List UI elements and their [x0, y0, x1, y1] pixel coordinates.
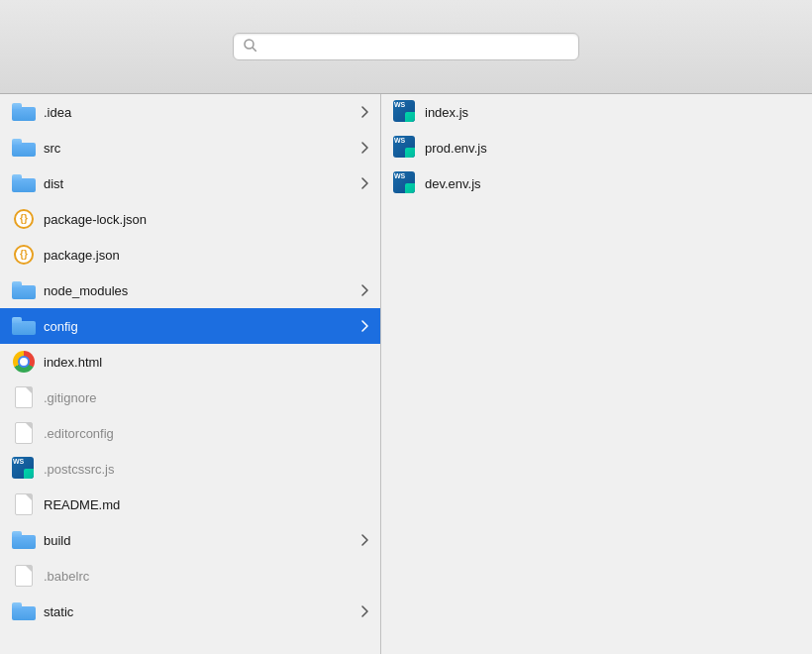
file-name: index.html [44, 355, 372, 370]
folder-icon [12, 601, 36, 621]
search-icon [244, 39, 256, 54]
folder-icon [12, 173, 36, 193]
list-item[interactable]: .editorconfig [0, 415, 380, 451]
generic-icon [12, 494, 36, 514]
list-item[interactable]: prod.env.js [381, 130, 812, 165]
list-item[interactable]: config [0, 308, 380, 344]
file-name: config [44, 319, 356, 334]
ws-icon [393, 173, 417, 193]
chevron-right-icon [356, 282, 372, 298]
file-name: dist [44, 176, 356, 191]
file-name: node_modules [44, 283, 356, 298]
list-item[interactable]: src [0, 130, 380, 165]
ws-icon [393, 138, 417, 158]
file-name: .postcssrc.js [44, 462, 372, 477]
folder-icon [12, 138, 36, 158]
chevron-right-icon [356, 175, 372, 191]
file-name: .babelrc [44, 569, 372, 584]
column-left: .ideasrcdist{}package-lock.json{}package… [0, 94, 381, 654]
chevron-right-icon [356, 104, 372, 120]
file-name: README.md [44, 497, 372, 512]
list-item[interactable]: node_modules [0, 272, 380, 308]
list-item[interactable]: README.md [0, 487, 380, 522]
toolbar [0, 0, 812, 94]
file-name: prod.env.js [425, 141, 804, 156]
list-item[interactable]: index.js [381, 94, 812, 130]
folder-icon [12, 102, 36, 122]
file-name: index.js [425, 105, 804, 120]
list-item[interactable]: .postcssrc.js [0, 451, 380, 487]
file-name: src [44, 141, 356, 156]
file-name: package-lock.json [44, 212, 372, 227]
chevron-right-icon [356, 140, 372, 156]
svg-point-0 [245, 40, 254, 49]
column-right: index.jsprod.env.jsdev.env.js [381, 94, 812, 654]
chevron-right-icon [356, 603, 372, 619]
file-name: .editorconfig [44, 426, 372, 441]
list-item[interactable]: {}package-lock.json [0, 201, 380, 237]
json-icon: {} [12, 245, 36, 265]
generic-icon [12, 387, 36, 407]
chevron-right-icon [356, 532, 372, 548]
list-item[interactable]: index.html [0, 344, 380, 380]
chrome-icon [12, 352, 36, 372]
file-name: package.json [44, 248, 372, 263]
generic-icon [12, 423, 36, 443]
generic-icon [12, 566, 36, 586]
list-item[interactable]: dev.env.js [381, 165, 812, 201]
file-name: dev.env.js [425, 176, 804, 191]
svg-line-1 [254, 49, 256, 52]
file-name: static [44, 604, 356, 619]
list-item[interactable]: static [0, 594, 380, 629]
file-name: build [44, 533, 356, 548]
list-item[interactable]: {}package.json [0, 237, 380, 272]
chevron-right-icon [356, 318, 372, 334]
ws-icon [393, 102, 417, 122]
folder-icon [12, 530, 36, 550]
folder-icon [12, 316, 36, 336]
list-item[interactable]: .idea [0, 94, 380, 130]
finder-content: .ideasrcdist{}package-lock.json{}package… [0, 94, 812, 654]
list-item[interactable]: .babelrc [0, 558, 380, 594]
ws-icon [12, 459, 36, 479]
list-item[interactable]: .gitignore [0, 380, 380, 415]
file-name: .idea [44, 105, 356, 120]
list-item[interactable]: build [0, 522, 380, 558]
folder-icon [12, 280, 36, 300]
search-bar[interactable] [233, 33, 579, 60]
json-icon: {} [12, 209, 36, 229]
list-item[interactable]: dist [0, 165, 380, 201]
file-name: .gitignore [44, 390, 372, 405]
